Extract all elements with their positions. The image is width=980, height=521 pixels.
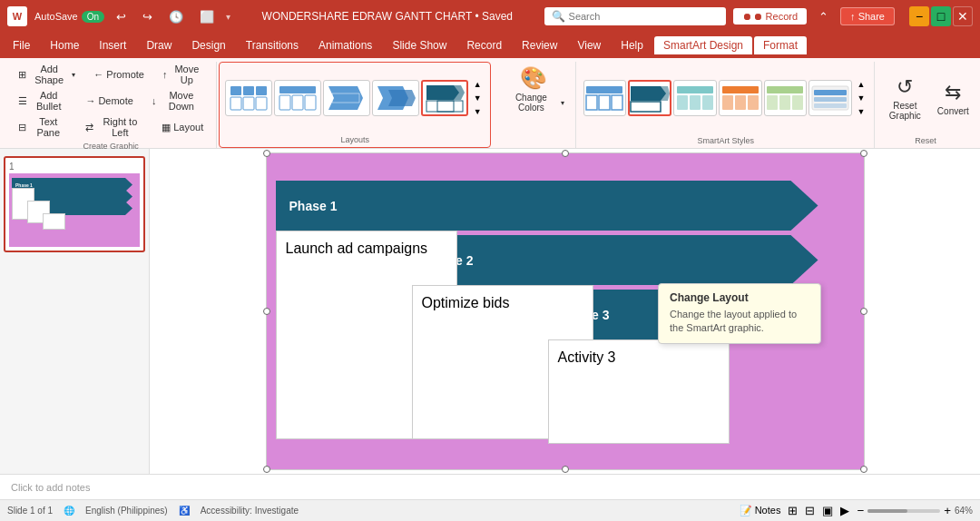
change-colors-button[interactable]: 🎨 Change Colors ▾ bbox=[498, 62, 569, 116]
svg-rect-15 bbox=[426, 101, 454, 112]
add-shape-button[interactable]: ⊞ Add Shape ▾ bbox=[11, 62, 83, 87]
accessibility-text[interactable]: Accessibility: Investigate bbox=[201, 506, 299, 516]
handle-tl[interactable] bbox=[263, 150, 270, 157]
tooltip-text: Change the layout applied to the SmartAr… bbox=[670, 308, 809, 336]
menu-view[interactable]: View bbox=[568, 36, 610, 54]
handle-tr[interactable] bbox=[860, 150, 867, 157]
zoom-level[interactable]: 64% bbox=[955, 506, 973, 516]
reading-view-button[interactable]: ▣ bbox=[822, 504, 833, 517]
menu-record[interactable]: Record bbox=[457, 36, 511, 54]
smartart-scroll-up[interactable]: ▲ bbox=[854, 78, 868, 91]
layout-scroll-up[interactable]: ▲ bbox=[470, 78, 485, 91]
minimize-button[interactable]: − bbox=[909, 6, 929, 26]
content-box-3[interactable]: Activity 3 bbox=[548, 339, 730, 444]
collapse-ribbon-button[interactable]: ⌃ bbox=[814, 8, 833, 25]
layout-option-1[interactable] bbox=[225, 80, 272, 116]
menu-file[interactable]: File bbox=[4, 36, 39, 54]
add-bullet-button[interactable]: ☰ Add Bullet bbox=[11, 88, 74, 113]
layout-option-5[interactable] bbox=[421, 80, 468, 116]
svg-rect-9 bbox=[305, 95, 316, 110]
menu-format[interactable]: Format bbox=[754, 36, 807, 54]
zoom-slider[interactable] bbox=[867, 509, 940, 513]
save-history-button[interactable]: 🕓 bbox=[164, 8, 188, 25]
search-box[interactable]: 🔍 bbox=[544, 7, 726, 25]
share-button[interactable]: ↑ Share bbox=[840, 7, 895, 25]
text-pane-button[interactable]: ⊟ Text Pane bbox=[11, 114, 74, 140]
layout-option-2[interactable] bbox=[274, 80, 321, 116]
slide-sorter-button[interactable]: ⊟ bbox=[805, 504, 815, 517]
maximize-button[interactable]: □ bbox=[931, 6, 951, 26]
menu-design[interactable]: Design bbox=[182, 36, 234, 54]
handle-bl[interactable] bbox=[263, 466, 270, 473]
layout-option-3[interactable] bbox=[323, 80, 370, 116]
content3-text: Activity 3 bbox=[558, 349, 616, 365]
slideshow-button[interactable]: ▶ bbox=[840, 504, 849, 517]
record-button[interactable]: ⏺ ⏺ Record bbox=[733, 8, 808, 25]
promote-icon: ← bbox=[93, 69, 103, 80]
menu-smartart-design[interactable]: SmartArt Design bbox=[654, 36, 752, 54]
svg-rect-6 bbox=[279, 86, 316, 93]
undo-button[interactable]: ↩ bbox=[112, 8, 131, 25]
handle-tm[interactable] bbox=[562, 150, 569, 157]
phase2-header[interactable]: Phase 2 bbox=[412, 235, 818, 285]
layout-scroll-expand[interactable]: ▼ bbox=[470, 105, 485, 118]
menu-review[interactable]: Review bbox=[513, 36, 566, 54]
smartart-style-4[interactable] bbox=[719, 80, 762, 116]
notes-toggle[interactable]: 📝 Notes bbox=[740, 505, 781, 516]
menu-help[interactable]: Help bbox=[612, 36, 652, 54]
slide-thumbnail-1[interactable]: 1 Phase 1 bbox=[4, 156, 145, 252]
layouts-label: Layouts bbox=[225, 133, 485, 147]
layout-option-4[interactable] bbox=[372, 80, 419, 116]
close-button[interactable]: ✕ bbox=[953, 6, 973, 26]
move-up-button[interactable]: ↑ Move Up bbox=[155, 62, 211, 87]
move-down-button[interactable]: ↓ Move Down bbox=[144, 88, 211, 113]
menu-home[interactable]: Home bbox=[41, 36, 88, 54]
title-bar: W AutoSave On ↩ ↪ 🕓 ⬜ ▾ WONDERSHARE EDRA… bbox=[0, 0, 980, 33]
notes-bar[interactable]: Click to add notes bbox=[0, 474, 980, 499]
handle-bm[interactable] bbox=[562, 466, 569, 473]
smartart-style-1[interactable] bbox=[583, 80, 627, 116]
svg-rect-21 bbox=[612, 95, 622, 110]
add-shape-icon: ⊞ bbox=[18, 69, 26, 81]
right-to-left-button[interactable]: ⇄ Right to Left bbox=[78, 114, 151, 140]
search-input[interactable] bbox=[569, 11, 719, 22]
layout-button[interactable]: ▦ Layout bbox=[154, 120, 211, 135]
smartart-style-5[interactable] bbox=[764, 80, 808, 116]
menu-slide-show[interactable]: Slide Show bbox=[383, 36, 456, 54]
demote-button[interactable]: → Demote bbox=[78, 93, 141, 108]
handle-ml[interactable] bbox=[263, 308, 270, 315]
smartart-scroll-down[interactable]: ▼ bbox=[854, 92, 868, 104]
menu-insert[interactable]: Insert bbox=[90, 36, 135, 54]
menu-draw[interactable]: Draw bbox=[137, 36, 181, 54]
change-colors-icon: 🎨 bbox=[520, 65, 547, 91]
accessibility-icon: ♿ bbox=[179, 506, 190, 516]
handle-br[interactable] bbox=[860, 466, 867, 473]
phase1-header[interactable]: Phase 1 bbox=[276, 181, 818, 231]
autosave-toggle[interactable]: On bbox=[82, 11, 104, 23]
normal-view-button[interactable]: ⊞ bbox=[788, 504, 798, 517]
phase1-label: Phase 1 bbox=[289, 199, 338, 213]
smartart-style-3[interactable] bbox=[673, 80, 717, 116]
redo-button[interactable]: ↪ bbox=[138, 8, 157, 25]
menu-transitions[interactable]: Transitions bbox=[237, 36, 308, 54]
handle-mr[interactable] bbox=[860, 308, 867, 315]
smartart-scroll-expand[interactable]: ▼ bbox=[854, 105, 868, 118]
zoom-out-button[interactable]: − bbox=[857, 504, 864, 517]
smartart-styles-group: ▲ ▼ ▼ SmartArt Styles bbox=[578, 62, 875, 148]
language-indicator: 🌐 bbox=[64, 506, 74, 516]
content2-text: Optimize bids bbox=[422, 295, 510, 310]
move-up-icon: ↑ bbox=[162, 69, 168, 80]
smartart-style-6[interactable] bbox=[808, 80, 852, 116]
status-right: 📝 Notes ⊞ ⊟ ▣ ▶ − + 64% bbox=[740, 504, 973, 517]
reset-graphic-button[interactable]: ↺ ResetGraphic bbox=[882, 72, 928, 124]
present-button[interactable]: ⬜ bbox=[195, 8, 219, 25]
smartart-style-2[interactable] bbox=[628, 80, 671, 116]
menu-animations[interactable]: Animations bbox=[309, 36, 381, 54]
zoom-in-button[interactable]: + bbox=[944, 504, 951, 517]
slide-canvas[interactable]: Phase 1 Phase 2 Phase 3 Launch ad campai… bbox=[150, 149, 980, 474]
convert-button[interactable]: ⇆ Convert bbox=[930, 77, 976, 120]
promote-button[interactable]: ← Promote bbox=[86, 67, 152, 82]
svg-marker-10 bbox=[328, 86, 363, 110]
language-text[interactable]: English (Philippines) bbox=[85, 506, 168, 516]
layout-scroll-down[interactable]: ▼ bbox=[470, 92, 485, 104]
